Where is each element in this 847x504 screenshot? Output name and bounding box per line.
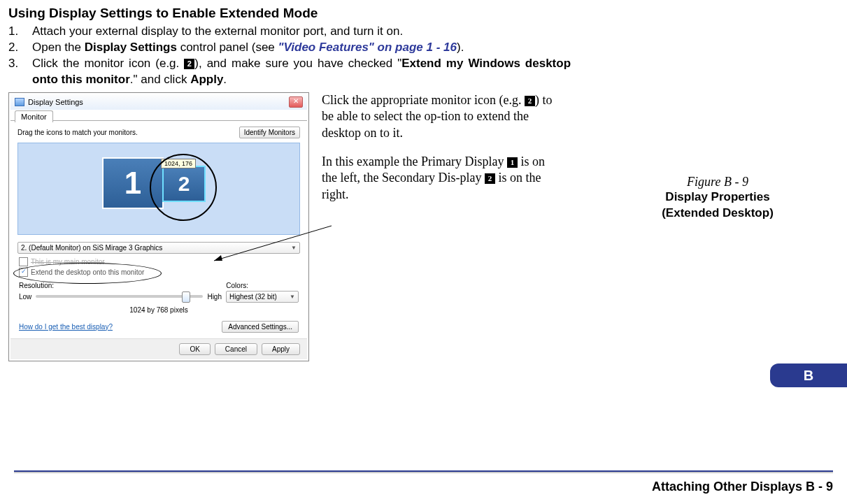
callout-circle-icon bbox=[150, 154, 217, 221]
page-heading: Using Display Settings to Enable Extende… bbox=[8, 6, 833, 21]
figure-caption: Figure B - 9 Display Properties (Extende… bbox=[602, 175, 833, 222]
titlebar: Display Settings ✕ bbox=[10, 94, 307, 110]
main-monitor-checkbox[interactable] bbox=[19, 257, 28, 266]
figure-number: Figure B - 9 bbox=[602, 175, 833, 189]
chevron-down-icon: ▼ bbox=[290, 294, 295, 300]
text: Click the monitor icon (e.g. bbox=[32, 57, 184, 70]
window-title: Display Settings bbox=[28, 98, 83, 106]
text-bold: Display Settings bbox=[85, 41, 177, 54]
step-number: 2. bbox=[8, 40, 32, 56]
monitor-badge-icon: 2 bbox=[485, 173, 495, 184]
slider-low-label: Low bbox=[19, 293, 31, 301]
text: In this example the Primary Display bbox=[322, 154, 507, 168]
cross-ref-link[interactable]: "Video Features" on page 1 - 16 bbox=[278, 41, 457, 54]
slider-thumb-icon[interactable] bbox=[182, 291, 190, 303]
svg-line-0 bbox=[214, 226, 332, 261]
text: . bbox=[223, 73, 227, 86]
text-bold: Apply bbox=[190, 73, 223, 86]
resolution-label: Resolution: bbox=[19, 282, 54, 289]
drag-instruction: Drag the icons to match your monitors. bbox=[17, 129, 138, 136]
slider-high-label: High bbox=[207, 293, 222, 301]
step-body: Attach your external display to the exte… bbox=[32, 24, 571, 40]
cancel-button[interactable]: Cancel bbox=[215, 343, 257, 355]
text: ." and click bbox=[130, 73, 190, 86]
figure-subtitle: (Extended Desktop) bbox=[602, 206, 833, 222]
text: Click the appropriate monitor icon (e.g. bbox=[322, 93, 525, 107]
dropdown-value: 2. (Default Monitor) on SiS Mirage 3 Gra… bbox=[21, 244, 162, 252]
monitor-icon bbox=[15, 98, 24, 106]
appendix-tab: B bbox=[770, 363, 847, 387]
text: control panel (see bbox=[177, 41, 278, 54]
step-number: 1. bbox=[8, 24, 32, 40]
monitor-preview[interactable]: 1 2 1024, 176 bbox=[17, 143, 300, 235]
tab-monitor[interactable]: Monitor bbox=[15, 110, 53, 122]
ok-button[interactable]: OK bbox=[179, 343, 210, 355]
steps-list: 1. Attach your external display to the e… bbox=[8, 24, 833, 88]
step-number: 3. bbox=[8, 56, 32, 88]
text: ), and make sure you have checked " bbox=[194, 57, 401, 70]
footer-rule bbox=[14, 470, 833, 473]
colors-label: Colors: bbox=[226, 282, 248, 289]
best-display-link[interactable]: How do I get the best display? bbox=[19, 323, 113, 331]
resolution-slider[interactable] bbox=[36, 295, 203, 298]
colors-value: Highest (32 bit) bbox=[229, 293, 277, 301]
identify-monitors-button[interactable]: Identify Monitors bbox=[239, 127, 300, 138]
close-icon[interactable]: ✕ bbox=[289, 96, 303, 108]
figure-subtitle: Display Properties bbox=[602, 189, 833, 206]
text: ). bbox=[457, 41, 464, 54]
svg-marker-1 bbox=[214, 255, 222, 261]
dialog-button-row: OK Cancel Apply bbox=[10, 338, 307, 359]
footer-text: Attaching Other Displays B - 9 bbox=[652, 480, 833, 494]
text: Open the bbox=[32, 41, 85, 54]
apply-button[interactable]: Apply bbox=[262, 343, 300, 355]
callout-ellipse-icon bbox=[13, 263, 162, 284]
advanced-settings-button[interactable]: Advanced Settings... bbox=[222, 321, 299, 333]
step-body: Click the monitor icon (e.g. 2), and mak… bbox=[32, 56, 571, 88]
display-settings-dialog: Display Settings ✕ Monitor Drag the icon… bbox=[8, 92, 309, 361]
monitor-badge-icon: 2 bbox=[184, 59, 194, 69]
monitor-badge-icon: 1 bbox=[507, 157, 518, 168]
step-body: Open the Display Settings control panel … bbox=[32, 40, 571, 56]
monitor-badge-icon: 2 bbox=[525, 96, 535, 106]
commentary-text: Click the appropriate monitor icon (e.g.… bbox=[322, 92, 560, 361]
colors-dropdown[interactable]: Highest (32 bit) ▼ bbox=[226, 291, 299, 303]
resolution-value: 1024 by 768 pixels bbox=[10, 304, 307, 318]
callout-arrow-icon bbox=[214, 226, 340, 268]
